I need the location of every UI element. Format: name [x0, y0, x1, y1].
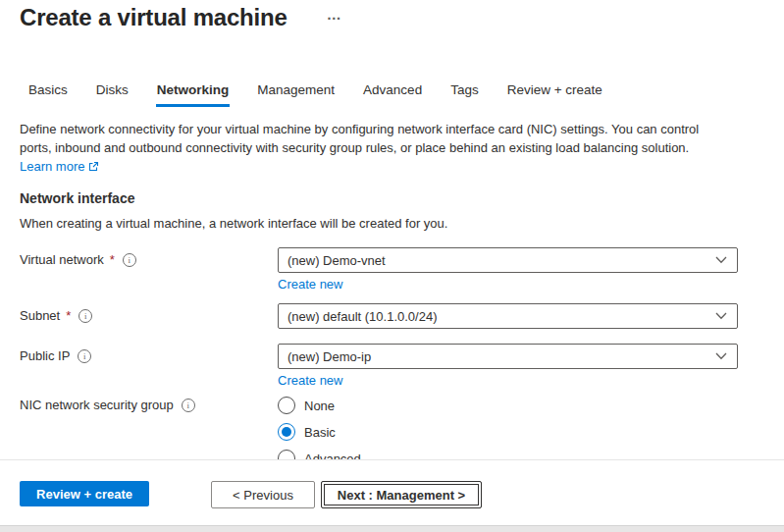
virtual-network-label: Virtual network: [20, 252, 104, 267]
info-icon[interactable]: [78, 349, 91, 363]
info-icon[interactable]: [78, 309, 92, 323]
subnet-label: Subnet: [20, 308, 60, 323]
tab-advanced[interactable]: Advanced: [362, 82, 423, 107]
section-subtext: When creating a virtual machine, a netwo…: [20, 216, 784, 231]
section-heading-network-interface: Network interface: [20, 190, 784, 206]
networking-form: Virtual network* (new) Demo-vnet Create …: [20, 247, 738, 476]
chevron-down-icon: [715, 256, 727, 264]
public-ip-label: Public IP: [20, 348, 70, 363]
public-ip-select[interactable]: (new) Demo-ip: [278, 344, 738, 369]
public-ip-create-new-link[interactable]: Create new: [278, 373, 342, 388]
field-row-subnet: Subnet* (new) default (10.1.0.0/24): [20, 303, 738, 344]
bottom-scroll-gutter: [0, 525, 784, 532]
field-row-public-ip: Public IP (new) Demo-ip Create new: [20, 344, 738, 397]
tab-review-create[interactable]: Review + create: [506, 82, 603, 107]
virtual-network-create-new-link[interactable]: Create new: [278, 277, 342, 292]
public-ip-control: (new) Demo-ip Create new: [278, 344, 738, 397]
footer-buttons: Review + create < Previous Next : Manage…: [0, 460, 784, 508]
info-icon[interactable]: [123, 253, 136, 267]
tab-management[interactable]: Management: [256, 82, 336, 107]
tab-description: Define network connectivity for your vir…: [20, 120, 702, 176]
required-marker: *: [110, 252, 115, 267]
nic-nsg-label: NIC network security group: [20, 398, 174, 412]
radio-option-basic-label: Basic: [304, 425, 336, 440]
radio-option-none[interactable]: None: [278, 397, 738, 414]
chevron-down-icon: [715, 312, 727, 320]
subnet-label-cell: Subnet*: [20, 303, 278, 323]
more-options-icon[interactable]: …: [327, 6, 342, 23]
virtual-network-value: (new) Demo-vnet: [287, 253, 386, 268]
radio-selected-icon: [278, 423, 295, 441]
review-create-button[interactable]: Review + create: [20, 481, 149, 506]
previous-button[interactable]: < Previous: [211, 481, 315, 508]
chevron-down-icon: [715, 352, 727, 360]
nic-nsg-label-cell: NIC network security group: [20, 397, 278, 412]
tab-tags[interactable]: Tags: [449, 82, 480, 107]
public-ip-value: (new) Demo-ip: [287, 349, 371, 364]
tab-description-text: Define network connectivity for your vir…: [20, 122, 699, 155]
radio-option-none-label: None: [304, 399, 335, 413]
info-icon[interactable]: [182, 399, 195, 412]
wizard-footer: Review + create < Previous Next : Manage…: [0, 459, 784, 525]
subnet-control: (new) default (10.1.0.0/24): [278, 303, 738, 344]
learn-more-link[interactable]: Learn more: [20, 157, 99, 176]
tab-disks[interactable]: Disks: [95, 82, 130, 107]
radio-option-basic[interactable]: Basic: [278, 423, 738, 441]
virtual-network-control: (new) Demo-vnet Create new: [278, 247, 738, 303]
page-title: Create a virtual machine: [20, 2, 287, 33]
field-row-virtual-network: Virtual network* (new) Demo-vnet Create …: [20, 247, 738, 303]
public-ip-label-cell: Public IP: [20, 344, 278, 363]
wizard-tabs: Basics Disks Networking Management Advan…: [27, 82, 784, 107]
learn-more-label: Learn more: [20, 157, 84, 176]
radio-icon: [278, 397, 295, 414]
virtual-network-select[interactable]: (new) Demo-vnet: [278, 247, 738, 273]
subnet-select[interactable]: (new) default (10.1.0.0/24): [278, 303, 738, 329]
required-marker: *: [66, 308, 71, 323]
tab-networking[interactable]: Networking: [156, 82, 231, 107]
tab-basics[interactable]: Basics: [27, 82, 69, 107]
external-link-icon: [88, 161, 99, 172]
page-header: Create a virtual machine …: [0, 0, 784, 33]
next-management-button[interactable]: Next : Management >: [321, 481, 482, 508]
virtual-network-label-cell: Virtual network*: [20, 247, 278, 267]
subnet-value: (new) default (10.1.0.0/24): [287, 309, 437, 324]
